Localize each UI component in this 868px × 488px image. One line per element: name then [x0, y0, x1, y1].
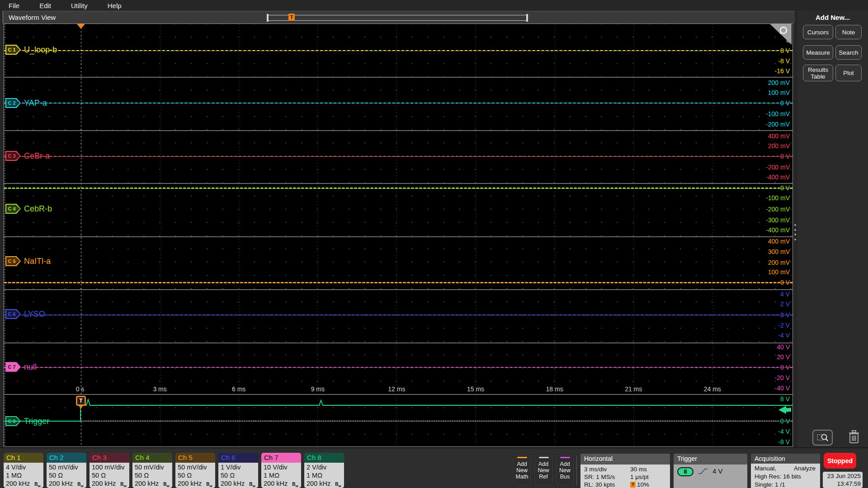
channel-badge-C8[interactable]: C 8: [5, 416, 21, 426]
scale-label: 0 V: [780, 278, 790, 287]
channel-badge-text: C 5: [6, 257, 20, 265]
datetime-display: 23 Jun 2025 13:47:59: [823, 472, 863, 488]
add-new-bus-button[interactable]: AddNewBus: [555, 454, 575, 487]
pan-bar-trigger-marker[interactable]: T: [288, 14, 295, 21]
trash-button[interactable]: [846, 428, 862, 446]
vertical-gridline: [476, 24, 476, 446]
time-axis-label: 24 ms: [704, 385, 721, 393]
trigger-panel[interactable]: Trigger 8 4 V: [674, 454, 747, 488]
scale-label: -300 mV: [766, 216, 790, 225]
scale-label: -2 V: [778, 321, 790, 330]
channel-scale: 50 mV/div: [49, 463, 86, 471]
add-new-math-button[interactable]: AddNewMath: [512, 454, 532, 487]
right-panel: Add New... Cursors Note Measure Search R…: [797, 11, 868, 447]
horizontal-panel-title: Horizontal: [580, 454, 670, 465]
channel-name-label[interactable]: U_loop-b: [24, 44, 57, 55]
channel-name-label[interactable]: YAP-a: [24, 98, 47, 108]
corner-magnifier-icon[interactable]: [770, 24, 792, 45]
scale-label: 0 V: [780, 152, 790, 161]
cursors-button[interactable]: Cursors: [803, 25, 833, 39]
channel-badge-C1[interactable]: C 1: [5, 45, 21, 55]
channel-badge-C7[interactable]: C 7: [5, 362, 21, 372]
acquisition-status-button[interactable]: Stopped: [824, 453, 856, 469]
channel-settings-badge-ch6[interactable]: Ch 61 V/div50 Ω200 kHzBw: [218, 453, 258, 488]
scale-label: 200 mV: [768, 78, 790, 87]
channel-name-label[interactable]: CeBr-a: [24, 150, 50, 161]
channel-badge-label: Ch 2: [47, 453, 86, 463]
channel-name-label[interactable]: NaITl-a: [24, 256, 51, 267]
channel-settings-badge-ch5[interactable]: Ch 550 mV/div50 Ω200 kHzBw: [175, 453, 215, 488]
pan-bar-left-cap[interactable]: [267, 14, 269, 22]
tab-strip: Waveform View T: [3, 11, 795, 23]
channel-badge-text: C 4: [6, 205, 20, 213]
plot-area[interactable]: 80 V-8 V-16 VC 1U_loop-b200 mV100 mV0 V-…: [4, 23, 793, 447]
menu-help[interactable]: Help: [108, 2, 122, 9]
channel-badge-C5[interactable]: C 5: [5, 256, 21, 266]
trigger-flag[interactable]: T: [76, 396, 86, 406]
channel-badge-label: Ch 7: [261, 453, 301, 463]
scale-label: -400 mV: [766, 173, 790, 182]
plot-button[interactable]: Plot: [835, 65, 862, 81]
bandwidth-limit-icon: Bw: [120, 480, 126, 488]
channel-settings-badge-ch8[interactable]: Ch 82 V/div1 MΩ200 kHzBw: [304, 453, 344, 488]
channel-name-label[interactable]: Trigger: [24, 416, 49, 427]
scale-label: 2 V: [780, 300, 790, 309]
bandwidth-limit-icon: Bw: [292, 480, 298, 488]
channel-badge-C2[interactable]: C 2: [5, 98, 21, 108]
channel-impedance: 1 MΩ: [264, 471, 301, 479]
ref-accent-bar: [539, 457, 549, 458]
channel-impedance: 50 Ω: [49, 471, 86, 479]
trigger-level-arrow[interactable]: [778, 406, 792, 414]
channel-badge-body: 50 mV/div50 Ω200 kHzBw: [132, 463, 172, 488]
scale-label: -200 mV: [766, 120, 790, 129]
search-button[interactable]: Search: [835, 45, 862, 60]
channel-settings-badge-ch1[interactable]: Ch 14 V/div1 MΩ200 kHzBw: [4, 453, 43, 488]
divider: [576, 455, 577, 485]
trace-Trigger: [4, 24, 793, 446]
scale-label: -400 mV: [766, 225, 790, 235]
bandwidth-limit-icon: Bw: [249, 480, 255, 488]
pan-bar-right-cap[interactable]: [526, 14, 528, 22]
time-axis-label: 15 ms: [467, 385, 484, 393]
scale-label: 0 V: [780, 310, 790, 319]
menu-utility[interactable]: Utility: [71, 2, 88, 9]
channel-bandwidth-row: 200 kHzBw: [92, 479, 129, 488]
tab-waveform-view[interactable]: Waveform View: [9, 14, 56, 21]
menu-edit[interactable]: Edit: [39, 2, 51, 9]
scale-label: 8 V: [780, 394, 790, 404]
channel-bandwidth: 200 kHz: [92, 479, 116, 488]
results-table-button[interactable]: Results Table: [803, 65, 833, 81]
time-axis-label: 12 ms: [388, 385, 405, 393]
scale-label: 200 mV: [768, 258, 790, 267]
menu-file[interactable]: File: [9, 2, 19, 9]
channel-bandwidth: 200 kHz: [307, 479, 330, 488]
horizontal-panel[interactable]: Horizontal 3 ms/div30 ms SR: 1 MS/s1 μs/…: [580, 454, 670, 488]
scale-label: -20 V: [775, 373, 790, 382]
zoom-mode-button[interactable]: [812, 430, 833, 446]
add-new-ref-button[interactable]: AddNewRef: [534, 454, 553, 487]
acquisition-panel-title: Acquisition: [751, 454, 820, 464]
acquisition-panel[interactable]: Acquisition Manual,Analyze High Res: 16 …: [751, 454, 820, 488]
channel-scale: 50 mV/div: [135, 463, 172, 471]
measure-button[interactable]: Measure: [803, 45, 833, 60]
panel-resize-handle[interactable]: [794, 224, 797, 240]
channel-name-label[interactable]: null: [24, 361, 37, 372]
channel-scale: 1 V/div: [221, 463, 258, 471]
note-button[interactable]: Note: [835, 25, 862, 39]
scale-label: 0 V: [780, 99, 790, 108]
trigger-top-marker[interactable]: [77, 24, 85, 29]
channel-settings-badge-ch2[interactable]: Ch 250 mV/div50 Ω200 kHzBw: [47, 453, 86, 488]
channel-badge-C6[interactable]: C 6: [5, 309, 21, 319]
scale-label: 4 V: [780, 290, 790, 299]
channel-name-label[interactable]: LYSO: [24, 309, 45, 319]
trace-CebR-b: [4, 188, 793, 189]
channel-settings-badge-ch7[interactable]: Ch 710 V/div1 MΩ200 kHzBw: [261, 453, 301, 488]
pan-zoom-overview-bar[interactable]: T: [267, 15, 528, 21]
channel-name-label[interactable]: CebR-b: [24, 203, 52, 214]
bus-accent-bar: [560, 457, 570, 458]
channel-settings-badge-ch4[interactable]: Ch 450 mV/div50 Ω200 kHzBw: [132, 453, 172, 488]
channel-settings-badge-ch3[interactable]: Ch 3100 mV/div50 Ω200 kHzBw: [90, 453, 129, 488]
channel-badge-C4[interactable]: C 4: [5, 204, 21, 214]
scale-label: -200 mV: [766, 163, 790, 172]
channel-badge-C3[interactable]: C 3: [5, 151, 21, 161]
